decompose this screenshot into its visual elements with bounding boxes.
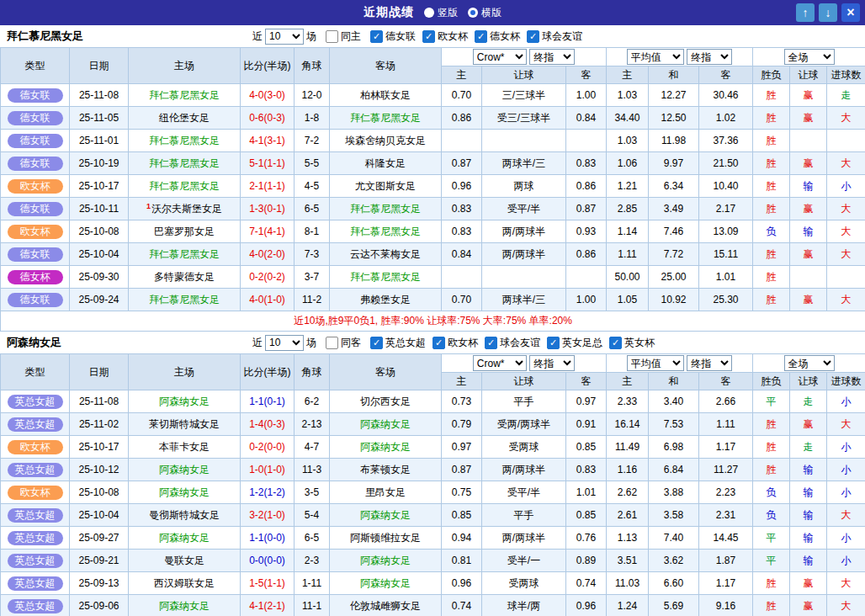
away-team-cell[interactable]: 拜仁慕尼黑女足 [330,107,442,130]
league-filter-checkbox[interactable]: 德女杯 [475,29,520,44]
away-team-cell[interactable]: 里昂女足 [330,481,442,504]
handicap-home-odds: 0.79 [442,413,482,436]
recent-count-select[interactable]: 10 [265,29,304,45]
away-team-name: 拜仁慕尼黑女足 [350,203,421,215]
home-team-cell[interactable]: 1沃尔夫斯堡女足 [129,198,241,220]
move-up-button[interactable]: ↑ [796,3,815,22]
result-goals: 大 [827,152,865,175]
euro-draw-odds: 7.40 [649,527,699,550]
away-team-cell[interactable]: 尤文图斯女足 [330,175,442,198]
euro-away-odds: 2.66 [699,390,753,413]
home-team-cell[interactable]: 多特蒙德女足 [129,266,241,289]
close-button[interactable]: × [841,3,860,22]
home-team-name: 曼联女足 [164,555,204,566]
match-date: 25-11-02 [70,413,129,436]
euro-average-select[interactable]: 平均值 [627,49,684,65]
result-handicap: 赢 [790,198,827,220]
match-row: 欧女杯25-10-08阿森纳女足1-2(1-2)3-5里昂女足0.75受平/半1… [1,481,865,504]
away-team-name: 埃森舍纳贝克女足 [345,135,426,146]
home-team-cell[interactable]: 拜仁慕尼黑女足 [129,152,241,175]
home-team-cell[interactable]: 拜仁慕尼黑女足 [129,175,241,198]
home-team-cell[interactable]: 阿森纳女足 [129,481,241,504]
away-team-name: 布莱顿女足 [360,464,411,475]
away-team-cell[interactable]: 阿森纳女足 [330,413,442,436]
away-team-cell[interactable]: 伦敦城雌狮女足 [330,595,442,616]
away-team-cell[interactable]: 科隆女足 [330,152,442,175]
home-team-cell[interactable]: 阿森纳女足 [129,390,241,413]
away-team-cell[interactable]: 云达不莱梅女足 [330,243,442,266]
euro-draw-odds: 11.98 [649,130,699,152]
corner-score: 6-5 [295,198,330,220]
away-team-cell[interactable]: 阿斯顿维拉女足 [330,527,442,550]
home-team-cell[interactable]: 阿森纳女足 [129,595,241,616]
league-filter-checkbox[interactable]: 英女杯 [609,336,655,350]
home-team-cell[interactable]: 西汉姆联女足 [129,572,241,595]
league-filter-checkbox[interactable]: 球会友谊 [527,29,582,44]
euro-home-odds: 1.05 [607,289,649,311]
recent-count-select[interactable]: 10 [265,335,304,351]
home-team-cell[interactable]: 拜仁慕尼黑女足 [129,289,241,311]
league-filter-checkbox[interactable]: 欧女杯 [432,336,478,350]
euro-average-select[interactable]: 平均值 [627,355,684,371]
away-team-cell[interactable]: 阿森纳女足 [330,572,442,595]
away-team-cell[interactable]: 拜仁慕尼黑女足 [330,266,442,289]
home-team-cell[interactable]: 巴塞罗那女足 [129,220,241,243]
home-team-cell[interactable]: 阿森纳女足 [129,527,241,550]
home-team-cell[interactable]: 曼彻斯特城女足 [129,504,241,527]
league-filter-checkbox[interactable]: 英总女超 [370,336,426,350]
away-team-cell[interactable]: 切尔西女足 [330,390,442,413]
odds-company-select[interactable]: Crow* [473,49,527,65]
checkbox-icon [609,337,622,349]
away-team-cell[interactable]: 阿森纳女足 [330,436,442,459]
away-team-name: 拜仁慕尼黑女足 [350,226,421,237]
euro-draw-odds: 3.62 [649,550,699,572]
team-section: 拜仁慕尼黑女足 近 10 场 同主 德女联欧女杯德女杯球会友谊 类型 日期 主场… [0,25,865,332]
league-filter-checkbox[interactable]: 德女联 [370,29,416,44]
scope-dropdown: 全场 [753,48,865,66]
league-filter-checkbox[interactable]: 欧女杯 [422,29,468,44]
layout-vertical-radio[interactable]: 竖版 [424,6,458,20]
euro-away-odds: 30.46 [699,84,753,107]
euro-draw-odds: 3.88 [649,481,699,504]
same-venue-checkbox[interactable]: 同主 [326,29,361,44]
home-team-cell[interactable]: 曼联女足 [129,550,241,572]
result-handicap: 走 [790,436,827,459]
away-team-cell[interactable]: 拜仁慕尼黑女足 [330,220,442,243]
away-team-cell[interactable]: 埃森舍纳贝克女足 [330,130,442,152]
match-row: 欧女杯25-10-17本菲卡女足0-2(0-0)4-7阿森纳女足0.97受两球0… [1,436,865,459]
away-team-cell[interactable]: 阿森纳女足 [330,550,442,572]
odds-time-select[interactable]: 终指 [529,49,575,65]
home-team-cell[interactable]: 纽伦堡女足 [129,107,241,130]
league-type-cell: 欧女杯 [1,220,70,243]
home-team-cell[interactable]: 拜仁慕尼黑女足 [129,84,241,107]
move-down-button[interactable]: ↓ [819,3,837,22]
layout-horizontal-radio[interactable]: 横版 [468,6,501,20]
away-team-cell[interactable]: 柏林联女足 [330,84,442,107]
match-score: 1-1(0-0) [241,527,295,550]
same-venue-checkbox[interactable]: 同客 [326,336,361,350]
euro-away-odds: 1.11 [699,413,753,436]
scope-select[interactable]: 全场 [784,49,835,65]
handicap-away-odds: 1.00 [566,289,607,311]
scope-select[interactable]: 全场 [784,355,835,371]
euro-time-select[interactable]: 终指 [687,355,732,371]
home-team-cell[interactable]: 拜仁慕尼黑女足 [129,243,241,266]
checkbox-icon [370,30,383,43]
league-filter-checkbox[interactable]: 英女足总 [547,336,602,350]
home-team-cell[interactable]: 拜仁慕尼黑女足 [129,130,241,152]
away-team-cell[interactable]: 弗赖堡女足 [330,289,442,311]
result-goals: 走 [827,84,865,107]
away-team-cell[interactable]: 拜仁慕尼黑女足 [330,198,442,220]
league-filter-checkbox[interactable]: 球会友谊 [485,336,540,350]
home-team-name: 阿森纳女足 [159,464,210,475]
home-team-cell[interactable]: 本菲卡女足 [129,436,241,459]
home-team-cell[interactable]: 莱切斯特城女足 [129,413,241,436]
corner-score: 1-11 [295,572,330,595]
away-team-cell[interactable]: 阿森纳女足 [330,504,442,527]
home-team-cell[interactable]: 阿森纳女足 [129,459,241,481]
odds-time-select[interactable]: 终指 [529,355,575,371]
away-team-cell[interactable]: 布莱顿女足 [330,459,442,481]
odds-company-select[interactable]: Crow* [473,355,527,371]
euro-time-select[interactable]: 终指 [687,49,732,65]
match-date: 25-10-08 [70,220,129,243]
